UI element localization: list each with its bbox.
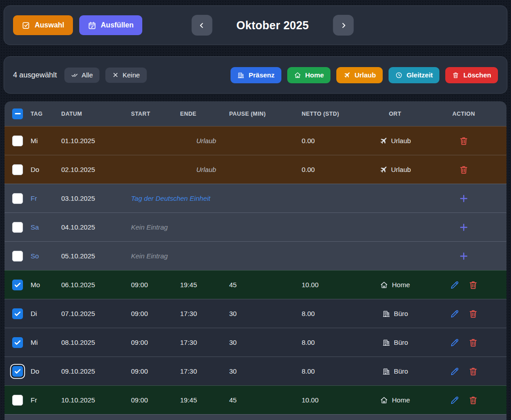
home-button[interactable]: Home — [287, 67, 331, 83]
check-square-icon — [22, 21, 30, 30]
start-cell: 09:00 — [131, 299, 180, 328]
day-cell: Sa — [31, 213, 61, 241]
netto-cell: 10.00 — [302, 386, 369, 414]
home-button-label: Home — [305, 71, 324, 79]
ort-cell: Büro — [369, 357, 421, 385]
edit-button[interactable] — [450, 309, 460, 319]
building-icon — [382, 310, 390, 318]
table-body: Mi 01.10.2025 Urlaub 0.00 Urlaub Do 02.1… — [5, 126, 506, 414]
actions-cell — [421, 155, 506, 184]
entry-label-cell: Urlaub — [131, 155, 302, 184]
table-row: Di 07.10.2025 09:00 17:30 30 8.00 Büro — [5, 299, 506, 328]
row-checkbox[interactable] — [12, 193, 23, 204]
start-cell: 09:00 — [131, 328, 180, 357]
header-ort: ORT — [369, 111, 421, 117]
urlaub-button-label: Urlaub — [354, 71, 376, 79]
select-all-checkbox[interactable] — [12, 108, 23, 119]
row-checkbox[interactable] — [12, 366, 23, 377]
note-cell: Tag der Deutschen Einheit — [131, 184, 421, 212]
row-checkbox[interactable] — [12, 251, 23, 262]
date-cell: 09.10.2025 — [61, 357, 131, 385]
netto-cell: 8.00 — [302, 328, 369, 357]
day-cell: So — [31, 242, 61, 270]
table-row: Mo 06.10.2025 09:00 19:45 45 10.00 Home — [5, 270, 506, 299]
house-icon — [380, 396, 388, 404]
chevron-right-icon — [339, 22, 347, 29]
edit-button[interactable] — [450, 366, 460, 376]
ort-label: Büro — [394, 367, 408, 375]
ort-label: Home — [392, 281, 410, 289]
select-all-button[interactable]: Alle — [64, 68, 99, 83]
x-icon — [112, 72, 119, 78]
row-checkbox[interactable] — [12, 395, 23, 406]
double-check-icon — [71, 72, 78, 78]
delete-button[interactable] — [468, 280, 478, 290]
select-all-button-label: Alle — [81, 71, 93, 79]
row-checkbox[interactable] — [12, 222, 23, 233]
add-entry-button[interactable] — [458, 222, 469, 233]
top-toolbar: Auswahl Ausfüllen Oktober 2025 — [4, 5, 507, 45]
pause-cell: 45 — [229, 386, 302, 414]
select-none-button-label: Keine — [122, 71, 140, 79]
add-entry-button[interactable] — [458, 251, 469, 262]
ausfuellen-button[interactable]: Ausfüllen — [79, 15, 142, 35]
timesheet-table: TAG DATUM START ENDE PAUSE (MIN) NETTO (… — [5, 101, 506, 420]
edit-button[interactable] — [450, 338, 460, 348]
day-cell: Fr — [31, 184, 61, 212]
row-checkbox[interactable] — [12, 337, 23, 348]
netto-cell: 0.00 — [302, 126, 369, 155]
delete-button[interactable] — [468, 309, 478, 319]
edit-button[interactable] — [450, 395, 460, 405]
day-cell: Mi — [31, 328, 61, 357]
ort-label: Büro — [394, 310, 408, 317]
delete-button[interactable] — [459, 165, 469, 175]
table-row: Do 09.10.2025 09:00 17:30 30 8.00 Büro — [5, 357, 506, 385]
actions-cell — [421, 328, 506, 357]
start-cell: 09:00 — [131, 386, 180, 414]
row-checkbox[interactable] — [12, 164, 23, 175]
previous-month-button[interactable] — [191, 15, 212, 36]
delete-button[interactable] — [468, 395, 478, 405]
delete-button[interactable] — [468, 366, 478, 376]
add-entry-button[interactable] — [458, 193, 469, 204]
building-icon — [237, 72, 244, 79]
next-month-button[interactable] — [333, 15, 354, 36]
header-start: START — [131, 111, 180, 117]
table-row: Fr 10.10.2025 09:00 19:45 45 10.00 Home — [5, 385, 506, 414]
chevron-left-icon — [198, 22, 206, 29]
header-tag: TAG — [31, 111, 61, 117]
gleitzeit-button[interactable]: Gleitzeit — [389, 67, 439, 83]
table-header-row: TAG DATUM START ENDE PAUSE (MIN) NETTO (… — [5, 101, 506, 126]
row-checkbox[interactable] — [12, 280, 23, 290]
auswahl-button-label: Auswahl — [35, 21, 64, 29]
urlaub-button[interactable]: Urlaub — [336, 67, 383, 83]
ort-label: Home — [392, 396, 410, 404]
day-cell: Di — [31, 299, 61, 328]
date-cell: 06.10.2025 — [61, 271, 131, 299]
edit-button[interactable] — [450, 280, 460, 290]
table-row: Do 02.10.2025 Urlaub 0.00 Urlaub — [5, 155, 506, 184]
bulk-actions: Präsenz Home Urlaub Gleitzeit Löschen — [231, 67, 498, 83]
day-cell: Mo — [31, 271, 61, 299]
loeschen-button[interactable]: Löschen — [445, 67, 498, 83]
loeschen-button-label: Löschen — [463, 71, 491, 79]
pause-cell: 45 — [229, 271, 302, 299]
plane-icon — [343, 72, 350, 79]
ort-label: Urlaub — [391, 137, 411, 145]
ende-cell: 17:30 — [180, 357, 229, 385]
delete-button[interactable] — [468, 338, 478, 348]
auswahl-button[interactable]: Auswahl — [13, 15, 73, 35]
row-checkbox[interactable] — [12, 308, 23, 319]
ende-cell: 19:45 — [180, 386, 229, 414]
ende-cell: 17:30 — [180, 299, 229, 328]
date-cell: 10.10.2025 — [61, 386, 131, 414]
day-cell: Do — [31, 155, 61, 184]
ausfuellen-button-label: Ausfüllen — [101, 21, 134, 29]
select-none-button[interactable]: Keine — [105, 68, 146, 83]
header-netto: NETTO (STD) — [302, 111, 369, 117]
actions-cell — [421, 299, 506, 328]
selected-count-label: 4 ausgewählt — [13, 71, 57, 79]
delete-button[interactable] — [459, 136, 469, 146]
praesenz-button[interactable]: Präsenz — [231, 67, 281, 83]
row-checkbox[interactable] — [12, 135, 23, 146]
